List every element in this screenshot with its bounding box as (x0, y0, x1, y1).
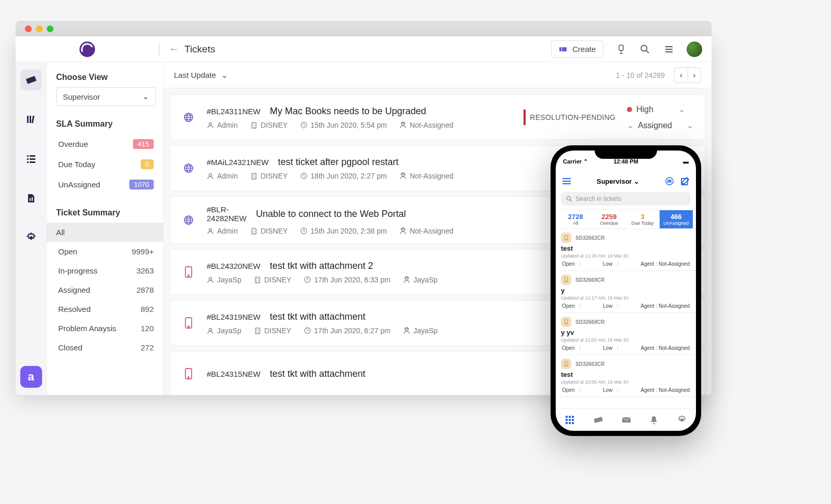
mobile-icon (184, 266, 193, 278)
nav-tickets-icon[interactable] (21, 70, 42, 90)
close-window-dot[interactable] (25, 25, 32, 32)
sla-item-unassigned[interactable]: UnAssigned 1070 (56, 174, 156, 195)
sla-label: Due Today (58, 160, 95, 169)
ticket-id: #MAiL24321NEW (207, 158, 269, 167)
ticket-channel-icon (182, 367, 195, 380)
ticket-filter-open[interactable]: Open 9999+ (56, 242, 156, 261)
sla-item-overdue[interactable]: Overdue 415 (56, 134, 156, 154)
phone-ticket-row[interactable]: SD32668CRy yvUpdated at 11:02 AM, 19 Mar… (556, 313, 696, 355)
phone-refresh-icon[interactable] (665, 176, 674, 186)
nav-settings-icon[interactable] (21, 227, 42, 248)
ticket-filter-closed[interactable]: Closed 272 (56, 338, 156, 357)
ticket-filter-in-progress[interactable]: In-progress 3263 (56, 261, 156, 280)
svg-rect-60 (566, 416, 568, 418)
search-icon[interactable] (639, 43, 651, 56)
ticket-agent: Not-Assigned (399, 121, 453, 129)
hamburger-menu-icon[interactable] (663, 43, 675, 56)
create-button[interactable]: Create (551, 40, 604, 58)
status-text: RESOLUTION-PENDING (530, 113, 615, 121)
iconbar: a (16, 62, 47, 395)
svg-rect-10 (27, 158, 29, 160)
logo-area (25, 42, 150, 57)
phone-tab-bell-icon[interactable] (650, 415, 658, 425)
svg-rect-6 (30, 116, 31, 123)
chevron-down-icon: ⌄ (221, 71, 228, 80)
phone-tab-mail-icon[interactable] (622, 415, 631, 425)
phone-ticket-updated: Updated at 11:20 AM, 19 Mar 20 (561, 253, 691, 258)
phone-hamburger-icon[interactable] (562, 178, 571, 185)
svg-rect-8 (27, 155, 29, 157)
pager-next-button[interactable]: › (688, 67, 701, 83)
phone-ticket-row[interactable]: SD32669CRyUpdated at 11:17 AM, 19 Mar 20… (556, 271, 696, 313)
back-arrow-icon[interactable]: ← (169, 43, 179, 55)
ticket-id: #BLR-24282NEW (207, 205, 247, 223)
pager-prev-button[interactable]: ‹ (674, 67, 688, 83)
phone-chip-all[interactable]: 2728 All (559, 210, 593, 228)
svg-point-40 (405, 277, 408, 280)
svg-rect-5 (27, 116, 29, 123)
svg-rect-62 (572, 416, 574, 418)
chevron-down-icon: ⌄ (687, 120, 693, 130)
priority-select[interactable]: High⌄ (627, 104, 685, 114)
ticket-filter-all[interactable]: All (47, 223, 163, 242)
phone-search-input[interactable]: Search in tickets (561, 192, 691, 206)
nav-list-icon[interactable] (21, 148, 42, 169)
app-badge-icon[interactable]: a (20, 366, 42, 388)
phone-ticket-id: SD32663CR (575, 361, 605, 367)
view-select[interactable]: Supervisor ⌄ (56, 87, 156, 106)
phone-title[interactable]: Supervisor ⌄ (597, 178, 640, 185)
filter-label: In-progress (58, 266, 98, 275)
phone-ticket-updated: Updated at 11:17 AM, 19 Mar 20 (561, 295, 691, 301)
ticket-filter-problem-analysis[interactable]: Problem Anaysis 120 (56, 319, 156, 338)
search-placeholder: Search in tickets (575, 195, 621, 202)
ticket-company: DISNEY (254, 326, 291, 335)
phone-ticket-meta: OpenLowAgent : Not-Assigned (561, 261, 691, 267)
touch-icon[interactable] (615, 43, 627, 56)
phone-chip-due-today[interactable]: 3 Due Today (626, 210, 660, 228)
ticket-title: My Mac Books needs to be Upgraded (270, 106, 426, 117)
sort-dropdown[interactable]: Last Update ⌄ (174, 71, 228, 80)
svg-point-42 (188, 326, 189, 327)
sla-item-due-today[interactable]: Due Today 0 (56, 154, 156, 174)
browser-chrome (16, 21, 712, 36)
ticket-title: test ticket after pgpool restart (278, 157, 398, 168)
nav-file-icon[interactable] (21, 188, 42, 209)
choose-view-label: Choose View (56, 73, 156, 82)
ticket-date: 17th Jun 2020, 6:33 pm (304, 276, 391, 284)
ticket-channel-icon (182, 213, 195, 227)
ticket-row[interactable]: #BL24311NEWMy Mac Books needs to be Upgr… (170, 94, 705, 140)
ticket-company: DISNEY (250, 227, 288, 235)
ticket-filter-resolved[interactable]: Resolved 892 (56, 299, 156, 319)
svg-point-22 (401, 122, 404, 125)
filter-label: Assigned (58, 285, 90, 294)
maximize-window-dot[interactable] (47, 25, 53, 32)
filter-count: 272 (141, 343, 154, 352)
left-panel: Choose View Supervisor ⌄ SLA Summary Ove… (47, 62, 164, 395)
svg-rect-7 (31, 116, 34, 123)
phone-ticket-title: test (561, 371, 691, 378)
app-logo-icon[interactable] (79, 42, 95, 57)
user-avatar[interactable] (687, 42, 702, 57)
svg-rect-9 (30, 155, 35, 157)
phone-chip-unassigned[interactable]: 466 UnAssigned (660, 210, 693, 228)
phone-tab-grid-icon[interactable] (565, 415, 574, 425)
phone-ticket-title: y (561, 287, 691, 294)
ticket-reporter: JayaSp (207, 276, 242, 284)
phone-ticket-updated: Updated at 10:55 AM, 19 Mar 20 (561, 379, 691, 385)
phone-ticket-row[interactable]: SD32662CRtestUpdated at 11:20 AM, 19 Mar… (556, 229, 696, 271)
assign-select[interactable]: ⌄Assigned⌄ (627, 120, 693, 130)
minimize-window-dot[interactable] (36, 25, 43, 32)
ticket-date: 18th Jun 2020, 2:27 pm (300, 172, 387, 180)
phone-compose-icon[interactable] (680, 176, 690, 186)
phone-tab-gear-icon[interactable] (677, 415, 687, 425)
filter-label: All (56, 228, 65, 237)
phone-ticket-row[interactable]: SD32663CRtestUpdated at 10:55 AM, 19 Mar… (556, 355, 696, 397)
filter-label: Closed (58, 343, 83, 352)
svg-rect-13 (30, 161, 35, 163)
phone-tab-ticket-icon[interactable] (594, 415, 603, 425)
phone-chip-overdue[interactable]: 2259 Overdue (593, 210, 626, 228)
filter-bar: Last Update ⌄ 1 - 10 of 24289 ‹ › (164, 62, 712, 88)
ticket-filter-assigned[interactable]: Assigned 2878 (56, 280, 156, 299)
ticket-company: DISNEY (250, 172, 288, 180)
nav-library-icon[interactable] (21, 109, 42, 130)
